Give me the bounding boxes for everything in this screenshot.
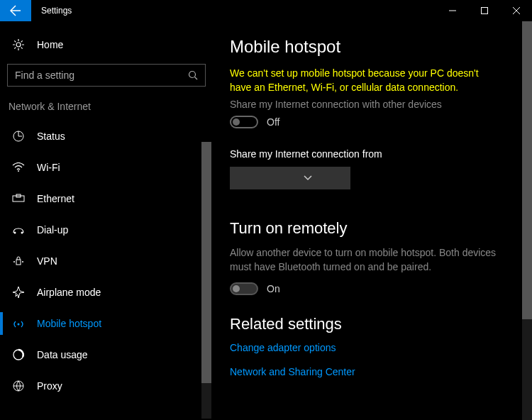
sidebar-item-proxy[interactable]: Proxy xyxy=(0,370,213,402)
svg-rect-0 xyxy=(481,8,487,14)
sidebar-item-wifi[interactable]: Wi-Fi xyxy=(0,152,213,183)
sidebar-scrollbar[interactable] xyxy=(201,142,211,419)
sidebar-item-label: Mobile hotspot xyxy=(37,318,101,329)
nav-list: Status Wi-Fi Ethernet Dial-up VPN Airpla… xyxy=(0,121,213,402)
data-usage-icon xyxy=(11,348,26,361)
back-button[interactable] xyxy=(0,0,31,21)
chevron-down-icon xyxy=(304,175,312,181)
svg-point-8 xyxy=(21,232,23,234)
network-sharing-link[interactable]: Network and Sharing Center xyxy=(230,366,515,377)
close-button[interactable] xyxy=(500,0,532,21)
svg-point-1 xyxy=(16,43,21,47)
home-button[interactable]: Home xyxy=(0,34,213,64)
main-scrollbar[interactable] xyxy=(522,21,532,420)
remote-toggle-state: On xyxy=(267,283,280,294)
search-input[interactable]: Find a setting xyxy=(7,64,206,87)
share-from-label: Share my Internet connection from xyxy=(230,148,515,160)
sidebar-item-dialup[interactable]: Dial-up xyxy=(0,214,213,245)
share-toggle-state: Off xyxy=(267,116,279,128)
sidebar-item-status[interactable]: Status xyxy=(0,121,213,152)
sidebar-scrollbar-thumb[interactable] xyxy=(201,142,211,383)
warning-message: We can't set up mobile hotspot because y… xyxy=(230,67,499,94)
svg-point-2 xyxy=(189,72,196,78)
maximize-button[interactable] xyxy=(468,0,500,21)
sidebar-item-label: Data usage xyxy=(37,349,88,360)
window-title: Settings xyxy=(41,6,72,16)
toggle-knob xyxy=(233,285,240,292)
gear-icon xyxy=(11,38,26,51)
remote-heading: Turn on remotely xyxy=(230,219,515,238)
main-content: Mobile hotspot We can't set up mobile ho… xyxy=(213,21,532,420)
search-placeholder: Find a setting xyxy=(15,70,74,81)
hotspot-icon xyxy=(11,319,26,328)
related-heading: Related settings xyxy=(230,315,515,333)
sidebar-item-ethernet[interactable]: Ethernet xyxy=(0,183,213,214)
search-icon xyxy=(188,70,198,80)
airplane-icon xyxy=(11,286,26,299)
share-connection-label: Share my Internet connection with other … xyxy=(230,99,515,110)
wifi-icon xyxy=(11,162,26,172)
remote-toggle[interactable] xyxy=(230,282,258,295)
svg-point-11 xyxy=(22,261,23,262)
page-title: Mobile hotspot xyxy=(230,37,515,57)
svg-point-12 xyxy=(18,324,20,326)
svg-rect-5 xyxy=(13,196,24,201)
ethernet-icon xyxy=(11,194,26,204)
back-arrow-icon xyxy=(10,5,21,16)
sidebar-item-label: Proxy xyxy=(37,380,62,392)
dialup-icon xyxy=(11,225,26,235)
share-from-dropdown[interactable] xyxy=(230,167,350,189)
sidebar-item-label: Status xyxy=(37,131,65,142)
change-adapter-link[interactable]: Change adapter options xyxy=(230,342,515,353)
status-icon xyxy=(11,130,26,143)
sidebar-item-label: Airplane mode xyxy=(37,287,101,298)
svg-rect-9 xyxy=(16,260,21,265)
sidebar-item-label: Dial-up xyxy=(37,224,68,236)
svg-point-7 xyxy=(14,232,16,234)
minimize-button[interactable] xyxy=(436,0,468,21)
share-toggle[interactable] xyxy=(230,116,258,128)
main-scrollbar-thumb[interactable] xyxy=(522,21,532,319)
sidebar: Home Find a setting Network & Internet S… xyxy=(0,21,213,420)
svg-point-4 xyxy=(18,170,19,172)
remote-description: Allow another device to turn on mobile h… xyxy=(230,246,499,274)
sidebar-item-label: VPN xyxy=(37,255,57,267)
titlebar: Settings xyxy=(0,0,532,21)
window-controls xyxy=(436,0,532,21)
sidebar-item-airplane[interactable]: Airplane mode xyxy=(0,277,213,308)
sidebar-item-label: Ethernet xyxy=(37,193,74,204)
proxy-icon xyxy=(11,380,26,392)
sidebar-item-vpn[interactable]: VPN xyxy=(0,245,213,277)
home-label: Home xyxy=(37,39,63,50)
category-label: Network & Internet xyxy=(0,101,213,121)
vpn-icon xyxy=(11,256,26,266)
toggle-knob xyxy=(233,118,240,126)
sidebar-item-label: Wi-Fi xyxy=(37,162,60,173)
sidebar-item-hotspot[interactable]: Mobile hotspot xyxy=(0,308,213,339)
svg-point-10 xyxy=(13,261,15,262)
sidebar-item-data-usage[interactable]: Data usage xyxy=(0,339,213,370)
